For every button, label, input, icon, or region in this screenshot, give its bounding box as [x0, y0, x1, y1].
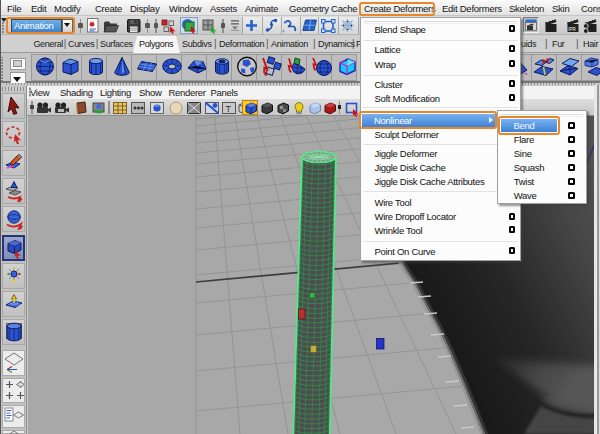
svg-text:T: T [225, 104, 231, 114]
svg-text:IPR: IPR [568, 26, 576, 31]
